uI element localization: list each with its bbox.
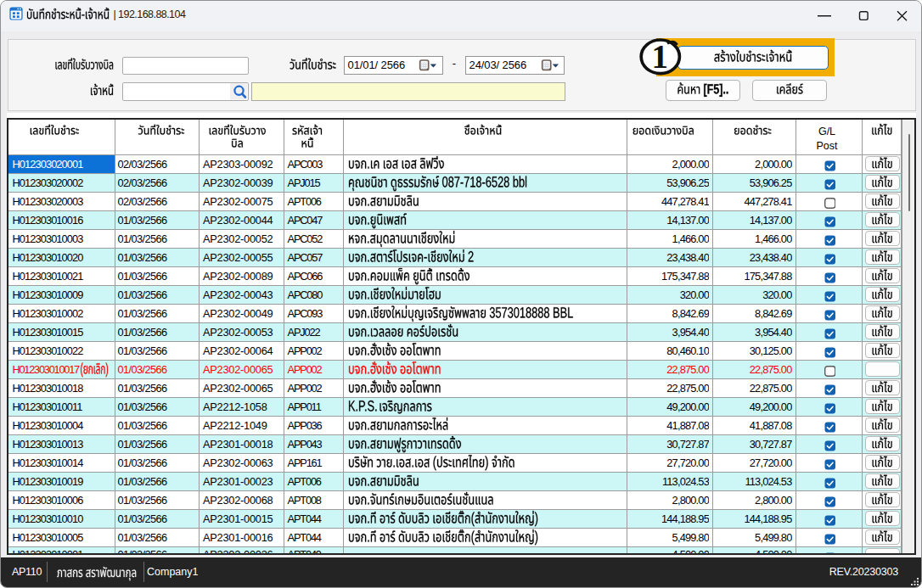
svg-text:1: 1 bbox=[652, 38, 669, 75]
